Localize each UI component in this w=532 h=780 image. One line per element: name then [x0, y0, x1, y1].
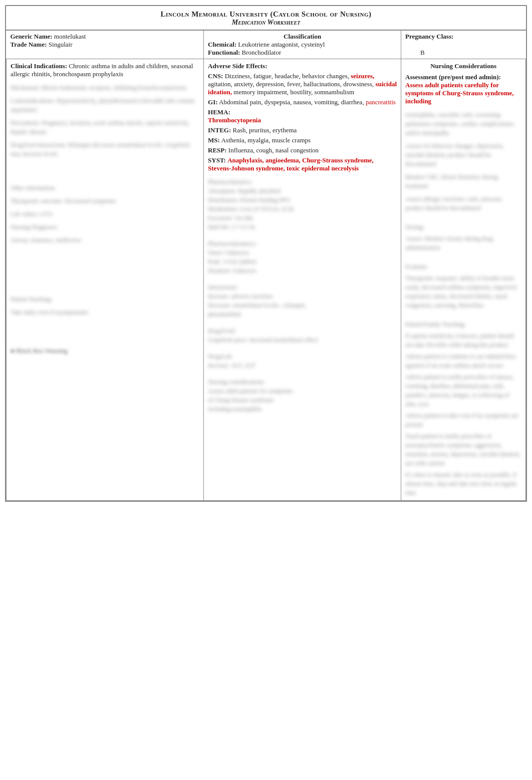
chemical-label: Chemical: [208, 41, 236, 48]
main-table: Generic Name: montelukast Trade Name: Si… [6, 31, 526, 501]
drug-info-cell: Generic Name: montelukast Trade Name: Si… [7, 31, 204, 59]
nursing-header: Nursing Considerations [405, 62, 521, 70]
classification-header: Classification [208, 33, 397, 41]
header-title: Lincoln Memorial University (Caylor Scho… [8, 10, 524, 19]
blurred-nursing-13: Advise patient to take even if no sympto… [405, 411, 521, 429]
pregnancy-label: Pregnancy Class: [405, 33, 453, 40]
adverse-effects-cell: Adverse Side Effects: CNS: Dizziness, fa… [204, 59, 401, 501]
chemical-value: Leukotriene antagonist, cysteinyl [238, 41, 325, 48]
blurred-clinical-9: Airway clearance, ineffective [11, 236, 199, 245]
cns-text: Dizziness, fatigue, headache, behavior c… [225, 72, 351, 80]
blurred-nursing-7: Evaluate: [405, 262, 521, 271]
integ-label: INTEG: [208, 126, 231, 134]
pregnancy-cell: Pregnancy Class: B [401, 31, 526, 59]
gi-text: Abdominal pain, dyspepsia, nausea, vomit… [219, 98, 366, 106]
functional-value: Bronchodilator [242, 49, 282, 56]
blurred-nursing-1: eosinophilia, vasculitic rash, worsening… [405, 110, 521, 137]
clinical-indications-cell: Clinical Indications: Chronic asthma in … [7, 59, 204, 501]
header-subtitle: Medication Worksheet [8, 19, 524, 27]
blurred-clinical-11: Take daily even if asymptomatic [11, 308, 199, 317]
blurred-nursing-12: Advise patient to notify prescriber of n… [405, 372, 521, 409]
blurred-adverse-5: Drug/Lab:Increase: ALT, AST [208, 352, 397, 370]
blurred-clinical-4: Drug/food interactions: Rifampin decreas… [11, 140, 199, 158]
assessment-header: Assessment (pre/post med admin): [405, 73, 501, 81]
blurred-nursing-9: Patient/Family Teaching: [405, 320, 521, 329]
pregnancy-value: B [420, 49, 425, 56]
blurred-adverse-6: Nursing considerations:Assess adult pati… [208, 377, 397, 414]
hema-label: HEMA: [208, 108, 230, 116]
info-row: Generic Name: montelukast Trade Name: Si… [7, 31, 526, 59]
thrombocytopenia-text: Thrombocytopenia [208, 116, 261, 124]
syst-red-text: Anaphylaxis, angioedema, Churg-Strauss s… [208, 156, 374, 172]
pancreatitis-text: pancreatitis [366, 98, 396, 106]
generic-value: montelukast [54, 33, 86, 40]
blurred-nursing-3: Monitor CBC, blood chemistry during trea… [405, 172, 521, 190]
blurred-clinical-10: Patient Teaching: [11, 295, 199, 304]
blurred-nursing-14: Teach patient to notify prescriber of ne… [405, 432, 521, 468]
page-container: Lincoln Memorial University (Caylor Scho… [5, 5, 527, 502]
seizures-text: seizures, [351, 72, 374, 80]
page-header: Lincoln Memorial University (Caylor Scho… [6, 6, 526, 31]
cns-label: CNS: [208, 72, 223, 80]
blurred-adverse-1: Pharmacokinetics:Absorption: Rapidly abs… [208, 177, 397, 232]
nursing-considerations-cell: Nursing Considerations Assessment (pre/p… [401, 59, 526, 501]
resp-text: Influenza, cough, nasal congestion [228, 146, 319, 154]
ms-text: Asthenia, myalgia, muscle cramps [221, 136, 311, 144]
assessment-red: Assess adult patients carefully for symp… [405, 81, 513, 105]
blurred-nursing-4: Assess allergic reactions: rash, urticar… [405, 194, 521, 213]
trade-value: Singulair [49, 41, 73, 48]
functional-label: Functional: [208, 49, 240, 56]
syst-label: SYST: [208, 156, 226, 164]
generic-label: Generic Name: [11, 33, 53, 40]
cns-rest: agitation, anxiety, depression, fever, h… [208, 80, 375, 88]
blurred-nursing-6: Assess: Monitor closely during drug admi… [405, 234, 521, 252]
cns-end: memory impairment, hostility, somnambuli… [232, 88, 354, 96]
classification-cell: Classification Chemical: Leukotriene ant… [204, 31, 401, 59]
blurred-clinical-1: Mechanism: Blocks leukotriene receptors,… [11, 83, 199, 92]
blurred-adverse-4: Drug/Food:Grapefruit juice: increased mo… [208, 326, 397, 344]
blurred-nursing-5: Dosing: [405, 223, 521, 232]
integ-text: Rash, pruritus, erythema [233, 126, 297, 134]
blurred-nursing-10: If aspirin sensitivity is known, patient… [405, 331, 521, 349]
clinical-header: Clinical Indications: [11, 62, 67, 70]
ms-label: MS: [208, 136, 220, 144]
blurred-clinical-2: Contraindications: Hypersensitivity, phe… [11, 96, 199, 114]
blurred-clinical-3: Precautions: Pregnancy, lactation, acute… [11, 118, 199, 136]
blurred-nursing-8: Therapeutic response: ability to breathe… [405, 274, 521, 310]
blurred-adverse-2: Pharmacodynamics:Onset: UnknownPeak: 3-4… [208, 239, 397, 275]
blurred-nursing-11: Advise patient to continue to use inhale… [405, 352, 521, 370]
resp-label: RESP: [208, 146, 227, 154]
blurred-adverse-3: Interactions:Increase: adverse reactions… [208, 283, 397, 319]
trade-label: Trade Name: [11, 41, 47, 48]
blurred-clinical-5: Other information: [11, 183, 199, 192]
adverse-header: Adverse Side Effects: [208, 62, 397, 70]
bullet-item: ● Black Box Warning [11, 347, 199, 355]
blurred-clinical-7: Lab values: LFTs [11, 210, 199, 219]
blurred-nursing-15: If a dose is missed, take as soon as pos… [405, 470, 521, 497]
blurred-clinical-8: Nursing Diagnoses: [11, 223, 199, 232]
blurred-nursing-2: Assess for behavior changes, depression,… [405, 141, 521, 168]
blurred-clinical-6: Therapeutic outcome: Decreased symptoms [11, 197, 199, 206]
gi-label: GI: [208, 98, 218, 106]
body-row: Clinical Indications: Chronic asthma in … [7, 59, 526, 501]
